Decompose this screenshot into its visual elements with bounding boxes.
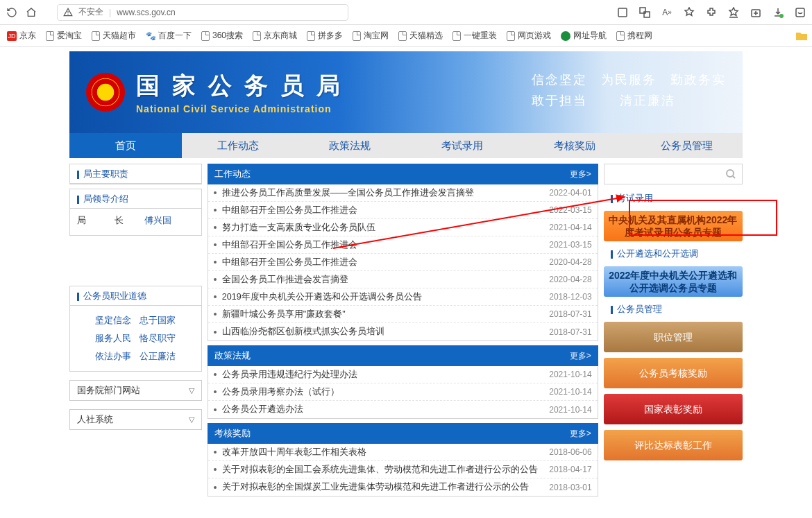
downloads-icon[interactable] — [772, 6, 784, 19]
home-icon[interactable] — [25, 6, 37, 19]
item-title: 全国公务员工作推进会发言摘登 — [222, 274, 543, 286]
item-date: 2018-03-01 — [549, 483, 591, 492]
ethics-link[interactable]: 忠于国家 — [139, 315, 176, 325]
list-item[interactable]: 公务员公开遴选办法2021-10-14 — [208, 401, 598, 418]
news-list: 改革开放四十周年表彰工作相关表格2018-06-06关于对拟表彰的全国工会系统先… — [208, 444, 598, 497]
item-title: 公务员公开遴选办法 — [222, 404, 543, 415]
browser-toolbar: 不安全 | www.scs.gov.cn A» — [0, 0, 812, 25]
item-title: 山西临汾尧都区创新模式抓实公务员培训 — [222, 326, 543, 338]
section-header: 考核奖励更多> — [208, 423, 598, 444]
svg-rect-2 — [644, 12, 650, 17]
search-box[interactable] — [604, 164, 743, 184]
chevron-down-icon: ▽ — [189, 409, 194, 430]
nav-工作动态[interactable]: 工作动态 — [182, 133, 294, 158]
card-evaluation[interactable]: 评比达标表彰工作 — [604, 430, 743, 460]
item-date: 2018-12-03 — [549, 292, 591, 302]
list-item[interactable]: 努力打造一支高素质专业化公务员队伍2021-04-14 — [208, 219, 598, 236]
translate-icon[interactable] — [638, 6, 651, 19]
ethics-link[interactable]: 服务人民 — [95, 333, 131, 343]
list-item[interactable]: 公务员录用考察办法（试行）2021-10-14 — [208, 383, 598, 401]
svg-rect-5 — [796, 8, 804, 17]
bookmark-网页游戏[interactable]: 网页游戏 — [507, 30, 551, 42]
site-banner: 国家公务员局 National Civil Service Administra… — [69, 51, 743, 133]
nav-考试录用[interactable]: 考试录用 — [406, 133, 518, 158]
item-date: 2021-10-14 — [549, 405, 591, 415]
list-item[interactable]: 山西临汾尧都区创新模式抓实公务员培训2018-07-31 — [208, 323, 598, 340]
item-date: 2022-03-15 — [549, 205, 591, 215]
list-item[interactable]: 中组部召开全国公务员工作推进会2021-03-15 — [208, 236, 598, 254]
item-title: 2019年度中央机关公开遴选和公开选调公务员公告 — [222, 291, 543, 303]
ethics-link[interactable]: 坚定信念 — [95, 315, 131, 325]
extensions-icon[interactable] — [705, 6, 718, 19]
bookmark-携程网[interactable]: 携程网 — [616, 30, 652, 42]
more-link[interactable]: 更多> — [570, 345, 591, 366]
list-item[interactable]: 公务员录用违规违纪行为处理办法2021-10-14 — [208, 366, 598, 383]
list-item[interactable]: 2019年度中央机关公开遴选和公开选调公务员公告2018-12-03 — [208, 288, 598, 306]
bookmark-网址导航[interactable]: 网址导航 — [561, 30, 607, 42]
list-item[interactable]: 全国公务员工作推进会发言摘登2020-04-28 — [208, 271, 598, 288]
card-national-award[interactable]: 国家表彰奖励 — [604, 394, 743, 424]
news-list: 公务员录用违规违纪行为处理办法2021-10-14公务员录用考察办法（试行）20… — [208, 366, 598, 419]
sidebar-title-exam: 考试录用 — [617, 193, 653, 203]
bookmark-天猫精选[interactable]: 天猫精选 — [398, 30, 443, 42]
ethics-link[interactable]: 恪尽职守 — [139, 333, 176, 343]
item-date: 2018-06-06 — [549, 447, 591, 457]
svg-rect-1 — [640, 8, 645, 13]
nav-公务员管理[interactable]: 公务员管理 — [630, 133, 743, 158]
bookmark-百度一下[interactable]: 🐾百度一下 — [146, 30, 192, 42]
list-item[interactable]: 改革开放四十周年表彰工作相关表格2018-06-06 — [208, 444, 598, 461]
list-item[interactable]: 关于对拟表彰的全国煤炭工业先进集体劳动模范和先进工作者进行公示的公告2018-0… — [208, 478, 598, 496]
select-hrss-system[interactable]: 人社系统▽ — [69, 409, 202, 430]
favorites-list-icon[interactable] — [727, 6, 740, 19]
list-item[interactable]: 中组部召开全国公务员工作推进会2022-03-15 — [208, 202, 598, 219]
more-link[interactable]: 更多> — [570, 164, 591, 184]
nav-考核奖励[interactable]: 考核奖励 — [518, 133, 631, 158]
list-item[interactable]: 新疆叶城公务员享用"廉政套餐"2018-07-31 — [208, 306, 598, 323]
refresh-icon[interactable] — [6, 6, 18, 19]
bookmark-360搜索[interactable]: 360搜索 — [201, 30, 243, 42]
section-title: 工作动态 — [214, 164, 251, 184]
item-date: 2018-04-17 — [549, 465, 591, 474]
item-date: 2022-04-01 — [549, 188, 591, 198]
text-size-icon[interactable]: A» — [661, 6, 673, 19]
section-title: 政策法规 — [214, 345, 251, 366]
list-item[interactable]: 推进公务员工作高质量发展——全国公务员工作推进会发言摘登2022-04-01 — [208, 184, 598, 202]
section-header: 工作动态更多> — [208, 164, 598, 184]
item-title: 推进公务员工作高质量发展——全国公务员工作推进会发言摘登 — [222, 187, 543, 199]
nav-政策法规[interactable]: 政策法规 — [294, 133, 406, 158]
reader-icon[interactable] — [616, 6, 629, 19]
card-exam-2022[interactable]: 中央机关及其直属机构2022年度考试录用公务员专题 — [604, 211, 743, 241]
svg-point-6 — [727, 170, 734, 177]
leader-name-link[interactable]: 傅兴国 — [144, 214, 171, 227]
bookmark-京东[interactable]: JD京东 — [7, 30, 36, 42]
security-label: 不安全 — [78, 6, 103, 18]
item-date: 2021-04-14 — [549, 223, 591, 232]
site-title-cn: 国家公务员局 — [136, 70, 353, 102]
more-link[interactable]: 更多> — [570, 423, 591, 444]
list-item[interactable]: 中组部召开全国公务员工作推进会2020-04-28 — [208, 254, 598, 271]
bookmarks-overflow-icon[interactable] — [795, 31, 808, 44]
list-item[interactable]: 关于对拟表彰的全国工会系统先进集体、劳动模范和先进工作者进行公示的公告2018-… — [208, 461, 598, 478]
bookmark-爱淘宝[interactable]: 爱淘宝 — [46, 30, 82, 42]
bookmark-京东商城[interactable]: 京东商城 — [253, 30, 297, 42]
svg-point-4 — [779, 14, 784, 18]
favorite-icon[interactable] — [683, 6, 695, 19]
card-assessment[interactable]: 公务员考核奖励 — [604, 358, 743, 388]
address-bar[interactable]: 不安全 | www.scs.gov.cn — [57, 4, 348, 21]
panel-duties[interactable]: 局主要职责 — [69, 164, 202, 184]
item-date: 2021-10-14 — [549, 370, 591, 379]
ethics-link[interactable]: 依法办事 — [95, 351, 131, 361]
bookmark-淘宝网[interactable]: 淘宝网 — [353, 30, 389, 42]
app-icon[interactable] — [794, 6, 806, 19]
collections-icon[interactable] — [750, 6, 762, 19]
card-positions[interactable]: 职位管理 — [604, 322, 743, 352]
card-selection-2022[interactable]: 2022年度中央机关公开遴选和公开选调公务员专题 — [604, 266, 743, 297]
nav-首页[interactable]: 首页 — [69, 133, 182, 158]
ethics-link[interactable]: 公正廉洁 — [139, 351, 176, 361]
bookmark-天猫超市[interactable]: 天猫超市 — [92, 30, 136, 42]
sidebar-title-selection: 公开遴选和公开选调 — [617, 248, 698, 259]
bookmark-一键重装[interactable]: 一键重装 — [452, 30, 497, 42]
item-title: 中组部召开全国公务员工作推进会 — [222, 205, 543, 216]
select-gov-sites[interactable]: 国务院部门网站▽ — [69, 380, 202, 401]
bookmark-拼多多[interactable]: 拼多多 — [307, 30, 343, 42]
